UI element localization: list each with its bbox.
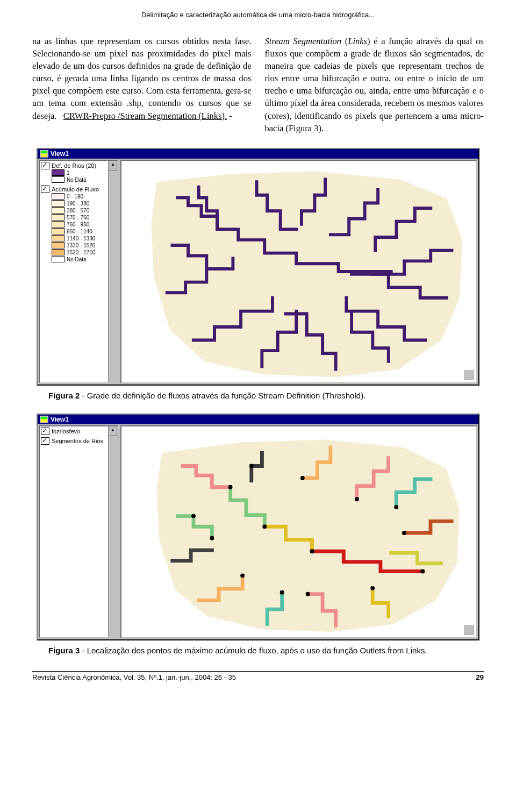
layer-checkbox[interactable] <box>41 437 49 445</box>
legend-group-1: Def. de Rios (20) 1No Data <box>41 162 116 183</box>
svg-point-19 <box>249 464 254 468</box>
svg-point-16 <box>370 586 375 590</box>
layer-title-2: Acúmulo de Fluxo <box>52 186 99 193</box>
legend-label: 0 - 190 <box>67 193 83 200</box>
color-swatch <box>52 193 64 200</box>
scroll-up-icon[interactable]: ▲ <box>109 161 117 170</box>
legend-item: 1330 - 1520 <box>52 242 116 249</box>
svg-point-17 <box>420 569 425 573</box>
legend-item: 1140 - 1330 <box>52 235 116 242</box>
map-svg <box>121 161 476 382</box>
legend-group-2: Acúmulo de Fluxo 0 - 190190 - 380380 - 5… <box>41 186 116 263</box>
svg-point-15 <box>306 592 310 596</box>
legend-item: 380 - 570 <box>52 207 116 214</box>
legend-item: No Data <box>52 256 116 263</box>
legend-label: No Data <box>67 256 87 263</box>
left-paragraph: na as linhas que representam os cursos o… <box>32 36 252 121</box>
map-resize-icon[interactable] <box>463 624 474 635</box>
running-header: Delimitação e caracterização automática … <box>32 11 484 19</box>
right-italic-2: Links <box>348 36 367 46</box>
svg-point-10 <box>394 505 398 509</box>
page-number: 29 <box>476 673 484 681</box>
svg-rect-1 <box>41 151 47 153</box>
svg-point-9 <box>355 497 359 501</box>
window-titlebar[interactable]: View1 <box>38 415 478 424</box>
legend-label: 1330 - 1520 <box>67 242 95 249</box>
right-body: ) é a função através da qual os fluxos q… <box>265 36 484 133</box>
svg-point-8 <box>310 549 314 553</box>
window-title: View1 <box>51 416 69 423</box>
color-swatch <box>52 169 64 176</box>
legend-label: 190 - 380 <box>67 200 89 207</box>
svg-point-6 <box>228 485 233 489</box>
scroll-up-icon[interactable]: ▲ <box>109 426 117 436</box>
gis-window-1: View1 Def. de Rios (20) 1No Data Ac <box>37 148 479 386</box>
legend-item: 1520 - 1710 <box>52 249 116 256</box>
color-swatch <box>52 249 64 255</box>
gis-window-2: View1 fozriosfevo Segmentos de Rios <box>37 414 479 640</box>
layer-title-1: Def. de Rios (20) <box>52 162 96 169</box>
color-swatch <box>52 221 64 227</box>
svg-rect-5 <box>41 419 47 422</box>
svg-point-20 <box>191 514 196 518</box>
legend-item: 570 - 760 <box>52 214 116 221</box>
layer-checkbox[interactable] <box>41 428 49 435</box>
legend-item: 0 - 190 <box>52 193 116 200</box>
legend-label: 1 <box>67 169 70 176</box>
svg-point-13 <box>240 573 245 578</box>
legend-item: 1 <box>52 169 116 176</box>
layer-title-3: fozriosfevo <box>52 428 80 435</box>
footer: Revista Ciência Agronômica, Vol. 35, Nº.… <box>32 671 484 681</box>
footer-revista: Revista Ciência Agronômica, Vol. 35, Nº.… <box>32 673 236 681</box>
left-p2-suffix: - <box>229 111 232 121</box>
scrollbar[interactable]: ▲ <box>108 426 117 637</box>
right-column: Stream Segmentation (Links) é a função a… <box>265 35 484 134</box>
layer-checkbox[interactable] <box>41 162 49 169</box>
legend-item: No Data <box>52 176 116 183</box>
legend-item: 190 - 380 <box>52 200 116 207</box>
window-titlebar[interactable]: View1 <box>38 149 478 159</box>
svg-point-7 <box>262 524 267 529</box>
color-swatch <box>52 228 64 234</box>
link-text-crwr: CRWR-Prepro /Stream Segmentation (Links)… <box>63 111 227 121</box>
svg-rect-2 <box>41 154 47 156</box>
legend-label: 1520 - 1710 <box>67 249 95 256</box>
map-svg <box>121 426 476 637</box>
left-column: na as linhas que representam os cursos o… <box>32 35 252 134</box>
legend-label: No Data <box>67 176 87 183</box>
map-canvas-2[interactable] <box>120 425 477 638</box>
svg-point-11 <box>402 531 406 535</box>
legend-label: 380 - 570 <box>67 207 89 214</box>
color-swatch <box>52 242 64 248</box>
legend-label: 760 - 950 <box>67 221 89 228</box>
legend-panel[interactable]: fozriosfevo Segmentos de Rios ▲ <box>39 425 118 638</box>
color-swatch <box>52 256 64 262</box>
svg-point-18 <box>300 476 305 480</box>
figure-2-caption: Figura 2 - Grade de definição de fluxos … <box>32 391 484 400</box>
map-resize-icon[interactable] <box>463 369 474 380</box>
window-icon <box>40 416 48 423</box>
figure-3: View1 fozriosfevo Segmentos de Rios <box>32 414 484 655</box>
window-title: View1 <box>51 150 69 158</box>
right-italic-1: Stream Segmentation <box>265 36 342 46</box>
color-swatch <box>52 200 64 206</box>
svg-point-12 <box>210 536 214 540</box>
figure-2: View1 Def. de Rios (20) 1No Data Ac <box>32 148 484 400</box>
color-swatch <box>52 235 64 241</box>
color-swatch <box>52 207 64 213</box>
svg-rect-4 <box>41 417 47 419</box>
svg-point-14 <box>280 590 284 595</box>
window-icon <box>40 150 48 158</box>
legend-label: 570 - 760 <box>67 214 89 221</box>
color-swatch <box>52 214 64 220</box>
figure-3-caption: Figura 3 - Localização dos pontos de máx… <box>32 646 484 655</box>
legend-label: 950 - 1140 <box>67 228 92 235</box>
legend-item: 950 - 1140 <box>52 228 116 235</box>
layer-checkbox[interactable] <box>41 186 49 193</box>
body-columns: na as linhas que representam os cursos o… <box>32 35 484 134</box>
layer-title-4: Segmentos de Rios <box>52 438 103 444</box>
map-canvas-1[interactable] <box>120 160 477 383</box>
scrollbar[interactable]: ▲ <box>108 161 117 382</box>
legend-item: 760 - 950 <box>52 221 116 228</box>
legend-panel[interactable]: Def. de Rios (20) 1No Data Acúmulo de Fl… <box>39 160 118 383</box>
